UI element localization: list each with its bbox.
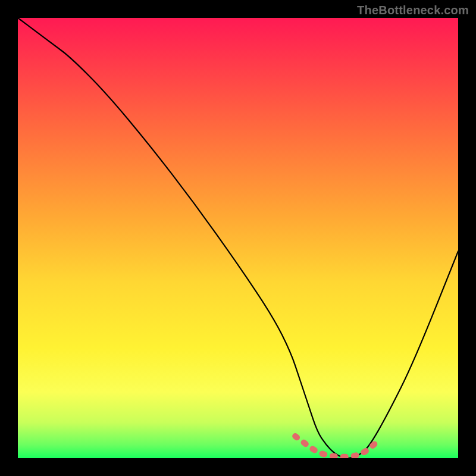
chart-svg <box>18 18 458 458</box>
optimal-range-marker <box>295 436 374 457</box>
watermark-text: TheBottleneck.com <box>357 4 469 17</box>
chart-plot-area <box>18 18 458 458</box>
bottleneck-curve <box>18 18 458 458</box>
chart-frame: TheBottleneck.com <box>0 0 476 476</box>
